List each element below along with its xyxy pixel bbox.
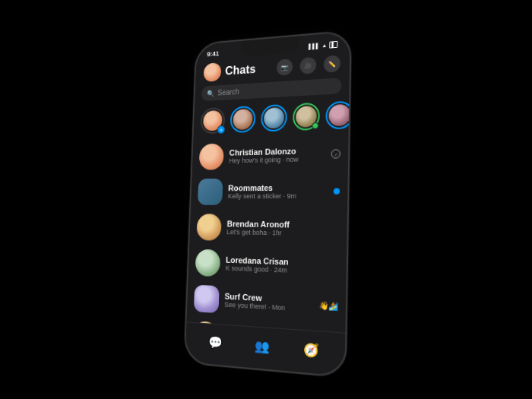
chat-item-brendan[interactable]: Brendan Aronoff Let's get boha · 1hr [189,209,347,248]
chat-name-roommates: Roommates [228,182,328,192]
video-button[interactable]: 🎥 [299,56,316,74]
chat-preview-loredana: K sounds good · 24m [226,264,332,275]
chat-preview-roommates: Kelly sent a sticker · 9m [228,192,328,199]
chat-nav-icon: 💬 [208,334,223,350]
avatar-loredana [195,249,221,277]
chat-meta-surf-crew: 👋🏄 [319,300,338,310]
story-item-1[interactable] [230,105,256,132]
signal-icon: ▌▌▌ [309,43,320,49]
chat-name-christian: Christian Dalonzo [230,145,325,157]
search-placeholder: Search [217,87,239,97]
chat-meta-roommates [334,188,340,194]
stories-row: + [193,97,349,140]
story-item-4[interactable] [325,100,349,129]
chat-name-jeremy: Jeremy & Jean-Marc [223,328,325,332]
story-item-add[interactable]: + [200,107,225,134]
nav-chat[interactable]: 💬 [204,330,226,354]
chat-content-brendan: Brendan Aronoff Let's get boha · 1hr [226,219,333,237]
chat-meta-christian: ✓ [331,149,340,159]
camera-button[interactable]: 📷 [277,59,293,76]
story-item-2[interactable] [261,103,287,131]
chat-content-loredana: Loredana Crisan K sounds good · 24m [226,255,333,275]
chat-item-roommates[interactable]: Roommates Kelly sent a sticker · 9m [191,172,348,210]
online-indicator [312,122,318,128]
user-avatar[interactable] [204,62,222,82]
phone-wrapper: 9:41 ▌▌▌ ▲ ▌ Chats 📷 [184,30,352,378]
chat-item-loredana[interactable]: Loredana Crisan K sounds good · 24m [188,244,347,287]
avatar-christian [199,143,224,169]
chat-preview-surf-crew: See you there! · Mon [224,300,312,313]
bottom-nav: 💬 👥 🧭 [185,321,345,376]
status-icons: ▌▌▌ ▲ ▌ [309,40,337,49]
chat-list: Christian Dalonzo Hey how's it going · n… [186,135,348,332]
chat-name-surf-crew: Surf Crew [224,291,312,305]
compose-button[interactable]: ✏️ [324,55,340,72]
chat-content-christian: Christian Dalonzo Hey how's it going · n… [229,145,325,164]
chat-content-jeremy: Jeremy & Jean-Marc Nice · Mon [223,328,325,332]
people-nav-icon: 👥 [255,337,270,353]
avatar-surf-crew [194,284,220,313]
video-icon: 🎥 [304,62,312,69]
story-item-3[interactable] [293,102,320,130]
chat-preview-brendan: Let's get boha · 1hr [226,228,333,238]
phone-frame: 9:41 ▌▌▌ ▲ ▌ Chats 📷 [184,30,352,378]
status-time: 9:41 [207,49,219,58]
header-icons: 📷 🎥 ✏️ [277,55,340,75]
nav-people[interactable]: 👥 [251,333,274,358]
phone-screen: 9:41 ▌▌▌ ▲ ▌ Chats 📷 [185,31,350,376]
seen-check-christian: ✓ [331,149,340,159]
chat-content-surf-crew: Surf Crew See you there! · Mon [224,291,313,313]
avatar-brendan [196,214,222,241]
battery-icon: ▌ [329,40,337,48]
search-icon: 🔍 [207,89,214,97]
compass-nav-icon: 🧭 [303,341,319,358]
wifi-icon: ▲ [321,42,327,47]
nav-compass[interactable]: 🧭 [299,337,323,363]
unread-dot-roommates [334,188,340,194]
scene: 9:41 ▌▌▌ ▲ ▌ Chats 📷 [0,0,532,399]
chat-item-christian[interactable]: Christian Dalonzo Hey how's it going · n… [192,135,349,174]
avatar-roommates [198,178,223,204]
add-story-button[interactable]: + [217,125,225,134]
camera-icon: 📷 [281,63,289,70]
chat-content-roommates: Roommates Kelly sent a sticker · 9m [228,182,328,200]
reaction-emoji-surf-crew: 👋🏄 [319,300,338,310]
page-title: Chats [225,61,277,78]
compose-icon: ✏️ [328,60,336,68]
